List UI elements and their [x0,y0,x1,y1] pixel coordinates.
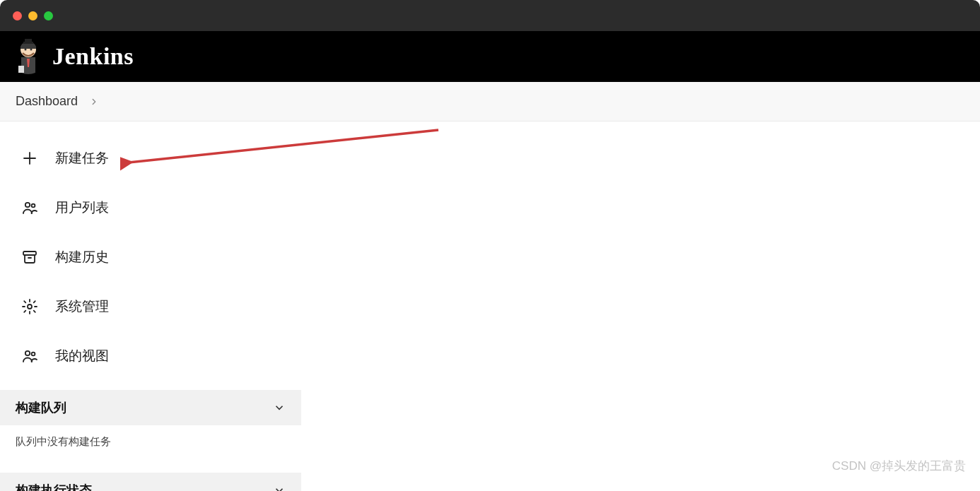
panel-build-queue: 构建队列 队列中没有构建任务 [0,390,301,459]
sidebar-item-label: 我的视图 [55,347,109,365]
window-minimize-button[interactable] [28,11,37,20]
gear-icon [20,297,40,317]
people-icon [20,198,40,218]
window-titlebar [0,0,980,31]
people-icon [20,346,40,366]
nav-list: 新建任务 用户列表 构建历史 系统管理 [0,138,301,376]
sidebar-item-build-history[interactable]: 构建历史 [13,237,288,277]
svg-rect-5 [18,66,24,73]
svg-point-6 [25,203,30,207]
window-close-button[interactable] [13,11,22,20]
panel-title: 构建队列 [16,399,66,416]
svg-point-4 [30,49,33,51]
panel-header-executors[interactable]: 构建执行状态 [0,473,301,491]
jenkins-logo-icon [14,39,42,74]
queue-empty-text: 队列中没有构建任务 [16,435,111,447]
watermark-text: CSDN @掉头发的王富贵 [832,458,966,474]
breadcrumb-item-dashboard[interactable]: Dashboard [16,94,78,109]
svg-point-7 [32,204,35,208]
svg-point-10 [25,351,30,355]
sidebar-item-label: 构建历史 [55,248,109,266]
panel-body-build-queue: 队列中没有构建任务 [0,425,301,459]
sidebar-item-label: 新建任务 [55,149,109,167]
plus-icon [20,148,40,168]
sidebar-item-manage[interactable]: 系统管理 [13,287,288,326]
sidebar-item-new-item[interactable]: 新建任务 [13,138,288,178]
sidebar-item-label: 系统管理 [55,297,109,316]
sidebar-item-people[interactable]: 用户列表 [13,188,288,227]
chevron-right-icon [89,97,99,107]
svg-rect-2 [25,39,32,42]
app-header: Jenkins [0,31,980,82]
sidebar: 新建任务 用户列表 构建历史 系统管理 [0,122,301,491]
content-area: 新建任务 用户列表 构建历史 系统管理 [0,122,980,491]
sidebar-item-my-views[interactable]: 我的视图 [13,336,288,376]
svg-point-3 [25,49,27,51]
window-maximize-button[interactable] [44,11,53,20]
panel-title[interactable]: 构建执行状态 [16,482,92,491]
panel-executors: 构建执行状态 1 空闲 [0,473,301,491]
svg-point-9 [28,304,32,309]
chevron-down-icon [273,484,286,491]
brand-title: Jenkins [52,43,134,70]
panel-header-build-queue[interactable]: 构建队列 [0,390,301,425]
sidebar-item-label: 用户列表 [55,199,109,217]
svg-rect-8 [23,252,36,255]
svg-point-11 [32,353,35,356]
chevron-down-icon [273,401,286,414]
archive-icon [20,247,40,267]
breadcrumb-bar: Dashboard [0,82,980,122]
